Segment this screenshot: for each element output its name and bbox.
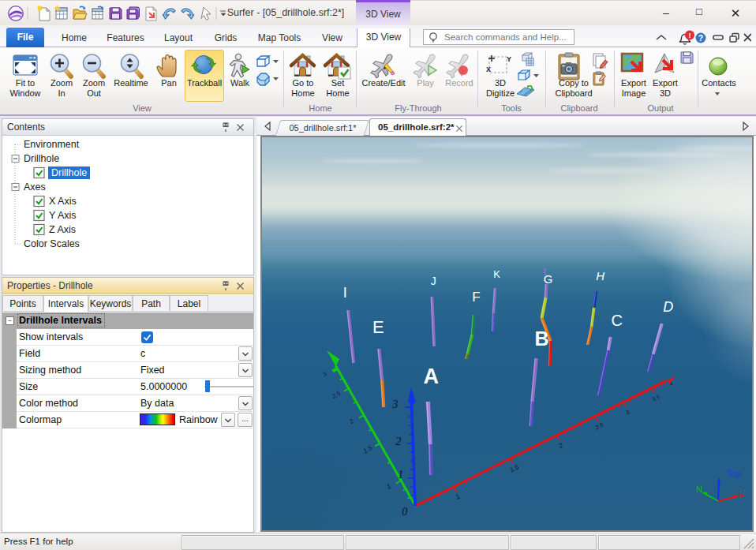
svg-text:E: E <box>372 317 384 337</box>
svg-text:1: 1 <box>398 469 403 481</box>
svg-text:K: K <box>493 268 500 280</box>
svg-text:Top: Top <box>727 469 741 478</box>
svg-text:E: E <box>739 488 744 498</box>
svg-text:0: 0 <box>402 506 407 518</box>
svg-text:F: F <box>472 290 480 305</box>
svg-text:3: 3 <box>391 398 398 410</box>
svg-text:I: I <box>343 285 347 301</box>
svg-text:A: A <box>424 365 440 388</box>
svg-text:X: X <box>486 65 491 73</box>
svg-text:Y: Y <box>507 55 511 63</box>
svg-text:2: 2 <box>395 436 401 447</box>
svg-text:D: D <box>663 299 673 315</box>
svg-text:H: H <box>596 269 604 282</box>
svg-text:G: G <box>544 272 553 286</box>
svg-text:J: J <box>431 275 436 287</box>
svg-text:C: C <box>611 312 622 329</box>
svg-text:!: ! <box>688 31 691 39</box>
svg-text:?: ? <box>698 33 703 43</box>
svg-text:N: N <box>696 485 702 494</box>
svg-text:B: B <box>535 327 549 350</box>
